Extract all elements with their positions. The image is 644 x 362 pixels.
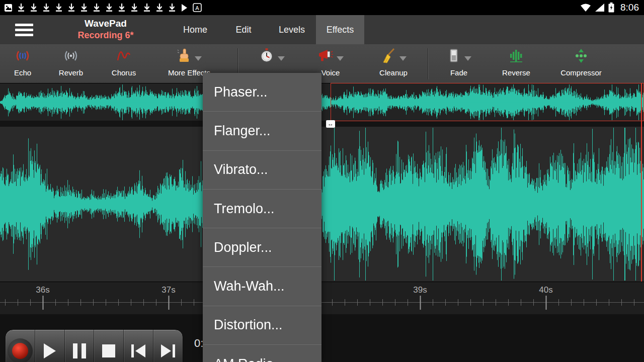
menu-item-tremolo[interactable]: Tremolo... <box>203 190 321 228</box>
download-icon <box>67 3 75 13</box>
broom-icon <box>380 48 396 66</box>
chevron-down-icon[interactable] <box>464 56 471 61</box>
timeline[interactable]: 36s37s39s40s <box>0 282 644 315</box>
menu-item-flanger[interactable]: Flanger... <box>203 112 321 150</box>
timeline-label: 39s <box>413 285 427 295</box>
download-icon <box>105 3 113 13</box>
download-icon <box>42 3 50 13</box>
effects-dropdown-menu: Phaser...Flanger...Vibrato...Tremolo...D… <box>203 73 321 362</box>
record-button[interactable] <box>6 330 35 362</box>
toolbar-button-chorus[interactable]: Chorus <box>101 46 147 81</box>
chorus-icon <box>116 48 132 65</box>
toolbar-button-reverb[interactable]: Reverb <box>49 46 93 81</box>
document-title: Recording 6* <box>55 30 156 41</box>
clock-icon <box>259 48 275 66</box>
waveform-divider <box>0 121 644 127</box>
main-waveform-area[interactable] <box>0 127 644 282</box>
download-icon <box>130 3 138 13</box>
toolbar-button-label: Echo <box>14 68 31 77</box>
download-icon <box>80 3 88 13</box>
battery-icon <box>608 3 614 13</box>
transport-area: 0: <box>0 314 644 362</box>
toolbar-button-label: Voice <box>321 68 340 77</box>
effects-toolbar: EchoReverbChorusMore EffectsVoiceCleanup… <box>0 44 644 83</box>
toolbar-button-label: Cleanup <box>379 68 408 77</box>
pause-button[interactable] <box>65 330 95 362</box>
download-icon <box>30 3 38 13</box>
chevron-down-icon[interactable] <box>337 56 344 61</box>
title-block: WavePad Recording 6* <box>55 17 156 41</box>
system-icons <box>580 3 619 13</box>
download-icon <box>55 3 63 13</box>
download-icon <box>93 3 101 13</box>
timeline-ruler <box>0 294 644 315</box>
tab-effects[interactable]: Effects <box>316 15 364 44</box>
record-icon <box>8 338 33 362</box>
menu-item-distortion[interactable]: Distortion... <box>203 306 321 345</box>
letter-a-icon: A <box>193 3 202 13</box>
timeline-label: 40s <box>539 285 552 295</box>
chevron-down-icon[interactable] <box>195 56 202 61</box>
skip-to-start-icon <box>131 344 145 357</box>
reverb-icon <box>63 48 79 65</box>
overview-selection-box[interactable] <box>331 83 644 121</box>
tab-levels[interactable]: Levels <box>268 15 316 44</box>
toolbar-button-label: Reverb <box>59 68 83 77</box>
toolbar-button-reverse[interactable]: Reverse <box>492 46 540 81</box>
wavepad-screen: A 8:06 WavePad Recording 6* HomeEditLeve… <box>0 0 644 362</box>
menu-item-wah-wah[interactable]: Wah-Wah... <box>203 267 321 306</box>
hamburger-menu-icon[interactable] <box>15 22 35 38</box>
clock-text: 8:06 <box>620 2 639 13</box>
menu-item-doppler[interactable]: Doppler... <box>203 228 321 267</box>
selection-handle-icon[interactable]: ↔ <box>326 120 335 128</box>
stop-icon <box>102 344 115 357</box>
menu-item-vibrato[interactable]: Vibrato... <box>203 151 321 190</box>
main-waveform[interactable] <box>0 127 644 282</box>
toolbar-button-label: Compressor <box>560 68 602 77</box>
toolbar-button-echo[interactable]: Echo <box>3 46 43 81</box>
notification-icons: A <box>0 3 580 13</box>
download-icon <box>155 3 164 13</box>
download-icon <box>143 3 151 13</box>
menu-item-phaser[interactable]: Phaser... <box>203 73 321 112</box>
playhead-line <box>641 83 642 282</box>
toolbar-separator <box>428 48 428 79</box>
toolbar-button-cleanup[interactable]: Cleanup <box>367 46 420 81</box>
chevron-down-icon[interactable] <box>399 56 407 61</box>
screenshot-icon <box>4 3 13 13</box>
download-icon <box>17 3 25 13</box>
toolbar-button-compressor[interactable]: Compressor <box>551 46 611 81</box>
play-button[interactable] <box>35 330 65 362</box>
play-icon <box>44 343 56 358</box>
toolbar-button-fade[interactable]: Fade <box>437 46 481 81</box>
chevron-down-icon[interactable] <box>278 56 285 61</box>
svg-text:A: A <box>195 5 199 11</box>
app-header: WavePad Recording 6* HomeEditLevelsEffec… <box>0 15 644 44</box>
tab-home[interactable]: Home <box>171 15 219 44</box>
echo-icon <box>15 48 31 65</box>
toolbar-button-label: Chorus <box>112 68 136 77</box>
signal-icon <box>595 3 605 13</box>
toolbar-button-label: Reverse <box>502 68 530 77</box>
megaphone-icon <box>317 48 334 65</box>
header-tabs: HomeEditLevelsEffects <box>171 15 364 44</box>
skip-to-end-icon <box>161 344 175 357</box>
hand-icon <box>177 48 192 66</box>
next-button[interactable] <box>153 330 183 362</box>
timeline-label: 37s <box>162 285 175 295</box>
fade-icon <box>446 48 461 66</box>
timeline-label: 36s <box>36 285 49 295</box>
toolbar-button-label: Fade <box>450 68 467 77</box>
play-icon <box>181 3 188 13</box>
transport-panel <box>5 329 183 362</box>
stop-button[interactable] <box>94 330 124 362</box>
app-title: WavePad <box>55 17 156 30</box>
compressor-icon <box>573 48 589 66</box>
menu-item-am-radio[interactable]: AM Radio... <box>203 345 321 362</box>
download-icon <box>118 3 126 13</box>
position-time-display: 0: <box>194 337 203 350</box>
previous-button[interactable] <box>124 330 153 362</box>
status-bar: A 8:06 <box>0 0 644 15</box>
tab-edit[interactable]: Edit <box>219 15 268 44</box>
reverse-icon <box>508 48 524 65</box>
